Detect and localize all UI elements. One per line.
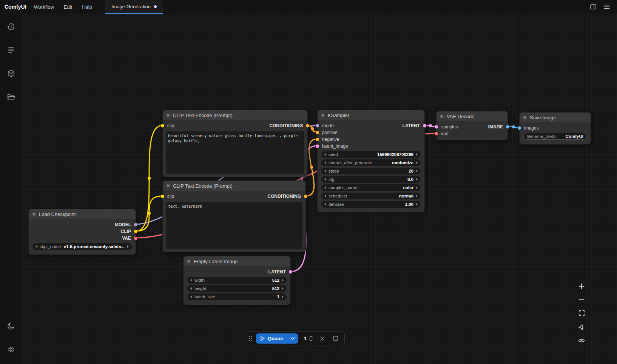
node-clip-text-encode-negative[interactable]: CLIP Text Encode (Prompt) clip CONDITION… (162, 180, 306, 252)
output-port-conditioning[interactable] (304, 195, 307, 198)
zoom-in-icon[interactable] (576, 281, 587, 292)
input-port-samples[interactable] (435, 125, 438, 129)
step-up-icon[interactable] (309, 336, 313, 338)
widget-batch-size[interactable]: batch_size 1 (187, 293, 287, 300)
input-port-negative[interactable] (316, 138, 319, 141)
increment-icon[interactable] (416, 203, 418, 206)
app-logo[interactable]: ComfyUI (0, 4, 34, 10)
node-save-image[interactable]: Save Image images filename_prefix ComfyU… (519, 112, 591, 145)
node-title-bar[interactable]: CLIP Text Encode (Prompt) (163, 110, 307, 120)
decrement-icon[interactable] (190, 295, 192, 298)
increment-icon[interactable] (416, 178, 418, 181)
decrement-icon[interactable] (324, 153, 326, 156)
collapse-dot[interactable] (167, 184, 170, 187)
hamburger-menu-icon[interactable] (602, 2, 612, 12)
prompt-text-area[interactable]: text, watermark (166, 202, 302, 249)
increment-icon[interactable] (416, 161, 418, 164)
model-library-icon[interactable] (3, 65, 19, 81)
node-clip-text-encode-positive[interactable]: CLIP Text Encode (Prompt) clip CONDITION… (162, 110, 308, 177)
workflow-history-icon[interactable] (3, 19, 19, 34)
widget-width[interactable]: width 512 (187, 277, 287, 284)
zoom-out-icon[interactable] (576, 294, 587, 305)
node-title-bar[interactable]: Load Checkpoint (29, 209, 136, 219)
node-ksampler[interactable]: KSampler model LATENT positive negative … (317, 110, 425, 213)
increment-icon[interactable] (416, 186, 418, 189)
menu-workflow[interactable]: Workflow (34, 4, 54, 10)
widget-sampler-name[interactable]: sampler_name euler (321, 184, 421, 191)
increment-icon[interactable] (282, 295, 284, 298)
toggle-link-visibility-icon[interactable] (576, 335, 587, 346)
collapse-dot[interactable] (167, 114, 170, 117)
decrement-icon[interactable] (324, 178, 326, 181)
workflows-icon[interactable] (3, 89, 19, 105)
output-port-conditioning[interactable] (306, 124, 309, 128)
node-vae-decode[interactable]: VAE Decode samples IMAGE vae (436, 111, 508, 140)
settings-icon[interactable] (3, 341, 19, 357)
widget-filename-prefix[interactable]: filename_prefix ComfyUI (523, 133, 587, 140)
batch-count-stepper[interactable]: 1 (302, 336, 313, 341)
node-title-bar[interactable]: VAE Decode (437, 111, 507, 121)
output-port-clip[interactable] (134, 230, 137, 233)
collapse-dot[interactable] (523, 116, 526, 119)
output-port-model[interactable] (134, 223, 137, 227)
widget-control-after-generate[interactable]: control_after_generate randomize (321, 159, 421, 166)
node-title-bar[interactable]: KSampler (318, 110, 424, 120)
decrement-icon[interactable] (324, 170, 326, 173)
increment-icon[interactable] (416, 170, 418, 173)
increment-icon[interactable] (127, 245, 129, 248)
decrement-icon[interactable] (190, 287, 192, 290)
drag-handle-icon[interactable] (249, 336, 252, 341)
increment-icon[interactable] (282, 279, 284, 282)
output-port-latent[interactable] (423, 124, 426, 128)
prompt-text-area[interactable]: beautiful scenery nature glass bottle la… (166, 131, 304, 174)
node-graph-canvas[interactable]: Load Checkpoint MODEL CLIP VAE ckpt_name… (22, 14, 617, 364)
output-port-vae[interactable] (134, 237, 137, 240)
decrement-icon[interactable] (190, 279, 192, 282)
decrement-icon[interactable] (324, 186, 326, 189)
widget-scheduler[interactable]: scheduler normal (321, 193, 421, 199)
panel-toggle-icon[interactable] (588, 2, 598, 12)
input-port-clip[interactable] (161, 124, 164, 128)
node-title-bar[interactable]: Save Image (520, 113, 591, 122)
node-library-icon[interactable] (3, 42, 19, 58)
input-port-positive[interactable] (316, 131, 319, 134)
interrupt-icon[interactable] (331, 333, 341, 343)
node-load-checkpoint[interactable]: Load Checkpoint MODEL CLIP VAE ckpt_name… (28, 209, 136, 255)
output-port-image[interactable] (506, 125, 509, 129)
node-title-bar[interactable]: Empty Latent Image (184, 256, 290, 266)
decrement-icon[interactable] (35, 245, 37, 248)
input-port-vae[interactable] (435, 132, 438, 136)
decrement-icon[interactable] (324, 203, 326, 206)
output-port-latent[interactable] (289, 270, 292, 274)
widget-cfg[interactable]: cfg 8.0 (321, 176, 421, 183)
collapse-dot[interactable] (32, 213, 35, 216)
menu-help[interactable]: Help (82, 4, 92, 10)
theme-toggle-icon[interactable] (3, 318, 19, 334)
collapse-dot[interactable] (440, 115, 443, 118)
widget-height[interactable]: height 512 (187, 285, 287, 292)
clear-queue-icon[interactable] (317, 333, 327, 343)
queue-options-chevron-icon[interactable] (287, 337, 298, 340)
widget-steps[interactable]: steps 20 (321, 168, 421, 174)
input-port-clip[interactable] (161, 195, 164, 198)
step-down-icon[interactable] (309, 339, 313, 341)
widget-ckpt-name[interactable]: ckpt_name v1-5-pruned-emaonly.safete... (32, 243, 132, 250)
collapse-dot[interactable] (187, 260, 190, 263)
menu-edit[interactable]: Edit (64, 4, 72, 10)
widget-seed[interactable]: seed 156680208700286 (321, 151, 421, 158)
tab-image-generation[interactable]: Image Generation (105, 0, 163, 14)
input-port-images[interactable] (518, 126, 521, 130)
input-port-latent-image[interactable] (316, 145, 319, 148)
select-mode-icon[interactable] (576, 321, 587, 332)
node-empty-latent-image[interactable]: Empty Latent Image LATENT width 512 heig… (183, 256, 291, 305)
increment-icon[interactable] (282, 287, 284, 290)
decrement-icon[interactable] (324, 161, 326, 164)
increment-icon[interactable] (416, 194, 418, 197)
widget-denoise[interactable]: denoise 1.00 (321, 201, 421, 208)
node-title-bar[interactable]: CLIP Text Encode (Prompt) (163, 181, 305, 191)
increment-icon[interactable] (416, 153, 418, 156)
queue-button[interactable]: Queue (256, 333, 298, 344)
fit-view-icon[interactable] (576, 308, 587, 319)
decrement-icon[interactable] (324, 194, 326, 197)
input-port-model[interactable] (316, 124, 319, 128)
